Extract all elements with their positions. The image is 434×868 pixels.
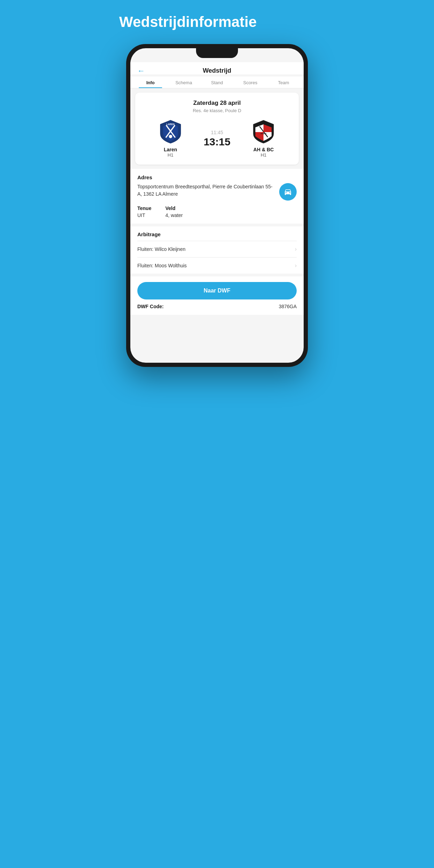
arbitrage-section: Arbitrage Fluiten: Wilco Kleijnen › Flui… bbox=[130, 226, 304, 274]
dwf-code-row: DWF Code: 3876GA bbox=[137, 299, 297, 311]
address-row: Topsportcentrum Breedtesporthal, Pierre … bbox=[137, 183, 297, 201]
score-section: 11:45 13:15 bbox=[200, 130, 234, 148]
address-section: Adres Topsportcentrum Breedtesporthal, P… bbox=[130, 169, 304, 224]
phone-frame: ← Wedstrijd Info Schema Stand Scores Tea… bbox=[126, 44, 308, 367]
match-league: Res. 4e klasse, Poule D bbox=[141, 108, 293, 113]
match-time-planned: 11:45 bbox=[211, 130, 223, 135]
navigate-button[interactable] bbox=[279, 183, 297, 201]
home-team-badge: LAREN bbox=[158, 120, 183, 144]
tab-stand[interactable]: Stand bbox=[200, 77, 233, 88]
phone-inner: ← Wedstrijd Info Schema Stand Scores Tea… bbox=[130, 48, 304, 363]
match-teams: LAREN Laren H1 11:45 13:15 bbox=[141, 120, 293, 158]
app-content: ← Wedstrijd Info Schema Stand Scores Tea… bbox=[130, 48, 304, 363]
match-score: 13:15 bbox=[204, 136, 231, 148]
away-team-name: AH & BC bbox=[253, 147, 274, 152]
svg-point-2 bbox=[169, 135, 172, 138]
tab-info[interactable]: Info bbox=[134, 77, 167, 88]
veld-label: Veld bbox=[165, 205, 183, 211]
veld-group: Veld 4, water bbox=[165, 205, 183, 218]
svg-text:LAREN: LAREN bbox=[166, 123, 175, 125]
home-team-sub: H1 bbox=[168, 152, 174, 158]
arbitrage-item-1[interactable]: Fluiten: Wilco Kleijnen › bbox=[137, 241, 297, 257]
home-team-name: Laren bbox=[164, 147, 177, 152]
tab-team[interactable]: Team bbox=[267, 77, 300, 88]
tenue-group: Tenue UIT bbox=[137, 205, 151, 218]
arbitrage-item-1-text: Fluiten: Wilco Kleijnen bbox=[137, 246, 186, 252]
away-team-badge: ah&bc bbox=[251, 120, 276, 144]
away-team-sub: H1 bbox=[261, 152, 267, 158]
veld-value: 4, water bbox=[165, 212, 183, 218]
dwf-code-label: DWF Code: bbox=[137, 304, 164, 309]
chevron-right-icon-1: › bbox=[295, 246, 297, 252]
dwf-button[interactable]: Naar DWF bbox=[137, 282, 297, 299]
home-team: LAREN Laren H1 bbox=[141, 120, 200, 158]
address-text: Topsportcentrum Breedtesporthal, Pierre … bbox=[137, 183, 275, 198]
tenue-veld-row: Tenue UIT Veld 4, water bbox=[137, 205, 297, 218]
screen-title: Wedstrijd bbox=[203, 67, 231, 74]
match-card: Zaterdag 28 april Res. 4e klasse, Poule … bbox=[135, 93, 299, 165]
svg-text:ah&bc: ah&bc bbox=[260, 132, 267, 135]
arbitrage-item-2-text: Fluiten: Moos Wolthuis bbox=[137, 263, 187, 268]
arbitrage-item-2[interactable]: Fluiten: Moos Wolthuis › bbox=[137, 257, 297, 274]
away-team: ah&bc AH & BC H1 bbox=[234, 120, 293, 158]
address-label: Adres bbox=[137, 174, 297, 180]
tab-scores[interactable]: Scores bbox=[234, 77, 267, 88]
tab-bar: Info Schema Stand Scores Team bbox=[130, 77, 304, 88]
back-button[interactable]: ← bbox=[137, 66, 145, 75]
tenue-value: UIT bbox=[137, 212, 151, 218]
phone-notch bbox=[196, 48, 238, 58]
page-title: Wedstrijdinformatie bbox=[119, 14, 315, 30]
match-date: Zaterdag 28 april bbox=[141, 100, 293, 107]
tab-schema[interactable]: Schema bbox=[167, 77, 200, 88]
dwf-section: Naar DWF DWF Code: 3876GA bbox=[130, 276, 304, 315]
chevron-right-icon-2: › bbox=[295, 262, 297, 269]
tenue-label: Tenue bbox=[137, 205, 151, 211]
arbitrage-title: Arbitrage bbox=[137, 231, 297, 237]
app-header: ← Wedstrijd bbox=[130, 62, 304, 74]
dwf-code-value: 3876GA bbox=[279, 304, 297, 309]
